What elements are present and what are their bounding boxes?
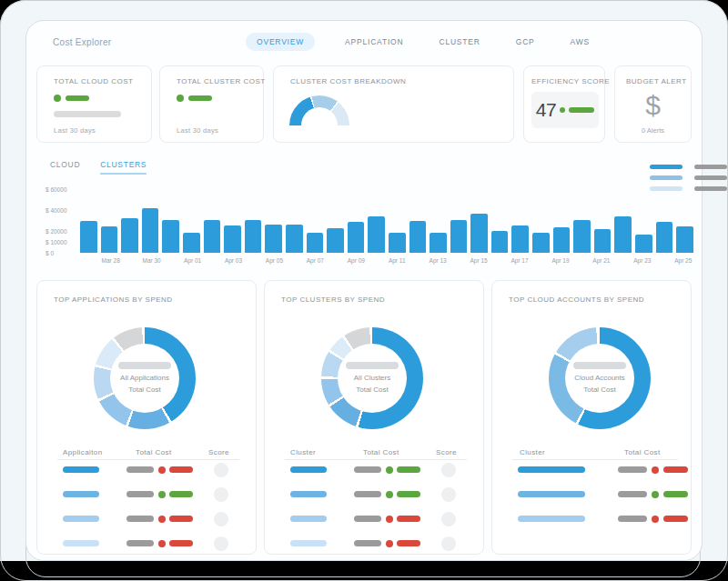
donut-chart: All ClustersTotal Cost [321, 327, 423, 429]
chart-bar[interactable] [368, 216, 385, 253]
donut-center: All ClustersTotal Cost [338, 344, 407, 413]
row-name-bar [518, 491, 585, 497]
chart-bar[interactable] [204, 220, 221, 253]
chart-bar[interactable] [430, 233, 447, 253]
donut-center: Cloud AccountsTotal Cost [565, 344, 634, 413]
chart-bar[interactable] [656, 222, 673, 253]
y-axis-tick-label: $ 40000 [46, 207, 67, 214]
chart-bar[interactable] [410, 221, 427, 253]
donut-chart: All ApplicationsTotal Cost [94, 327, 196, 429]
chart-bar[interactable] [307, 233, 324, 253]
x-axis-tick-label: Apr 11 [389, 257, 406, 264]
row-cost-bar-gray [354, 540, 381, 546]
x-axis-tick-label: Apr 01 [184, 257, 201, 264]
chart-bar[interactable] [245, 220, 262, 253]
row-status-bar-red [169, 516, 193, 522]
card-total-cloud-cost: TOTAL CLOUD COST Last 30 days [36, 65, 152, 143]
chart-bar[interactable] [142, 208, 159, 253]
row-status-bar-green [169, 491, 193, 497]
chart-bar[interactable] [327, 228, 344, 253]
row-status-bar-red [663, 466, 688, 473]
alerts-count: 0 Alerts [615, 126, 691, 135]
row-cost-bar-gray [354, 516, 381, 522]
row-cost-bar-gray [126, 540, 154, 546]
x-axis-tick-label: Apr 23 [633, 257, 651, 264]
row-score-circle [214, 463, 228, 477]
card-budget-alert: BUDGET ALERT $ 0 Alerts [614, 65, 692, 143]
nav-tab-cluster[interactable]: CLUSTER [433, 33, 485, 51]
chart-bar[interactable] [162, 220, 179, 253]
row-name-bar [518, 466, 585, 473]
row-status-bar-green [663, 491, 688, 497]
nav-tab-application[interactable]: APPLICATION [339, 33, 409, 51]
table-header-rule [512, 459, 678, 460]
row-score-circle [441, 536, 456, 551]
chart-bar[interactable] [573, 220, 591, 253]
table-header-rule [285, 459, 467, 460]
chart-bar[interactable] [348, 222, 365, 253]
x-axis-tick-label: Apr 17 [511, 257, 528, 264]
donut-center: All ApplicationsTotal Cost [110, 344, 179, 413]
chart-bar[interactable] [470, 214, 488, 253]
nav-tab-aws[interactable]: AWS [565, 33, 595, 51]
chart-bar[interactable] [676, 226, 693, 253]
efficiency-score-box: 47 [531, 92, 599, 128]
row-status-dot-green [386, 466, 393, 474]
chart-bar[interactable] [265, 225, 282, 254]
row-cost-bar-gray [618, 491, 647, 497]
card-title: TOTAL CLUSTER COST [177, 77, 266, 85]
chart-bar[interactable] [635, 235, 652, 253]
x-axis-tick-label: Mar 28 [102, 257, 120, 264]
row-status-dot-green [652, 491, 659, 498]
nav-tab-overview[interactable]: OVERVIEW [246, 33, 315, 51]
row-status-bar-red [397, 540, 420, 546]
screenshot-canvas: Cost Explorer OVERVIEWAPPLICATIONCLUSTER… [0, 0, 728, 581]
nav-tab-gcp[interactable]: GCP [511, 33, 541, 51]
chart-bar[interactable] [532, 233, 550, 253]
y-axis-tick-label: $ 10000 [46, 239, 67, 245]
chart-bar[interactable] [183, 233, 200, 253]
chart-bar[interactable] [491, 231, 509, 253]
row-name-bar [63, 540, 99, 546]
chart-bar[interactable] [80, 221, 97, 253]
x-axis-tick-label: Apr 03 [225, 257, 242, 264]
row-status-bar-red [397, 516, 420, 522]
row-status-bar-red [663, 516, 688, 522]
row-name-bar [290, 466, 327, 473]
x-axis-tick-label: Apr 19 [551, 257, 569, 264]
chart-bar[interactable] [286, 225, 303, 254]
chart-bar[interactable] [450, 220, 468, 253]
chart-bar[interactable] [594, 229, 612, 253]
gauge-hole [301, 107, 338, 125]
card-title: TOTAL CLOUD COST [54, 77, 133, 85]
card-total-cluster-cost: TOTAL CLUSTER COST Last 30 days [159, 65, 264, 143]
chart-bar[interactable] [614, 216, 632, 253]
row-score-circle [441, 463, 456, 477]
chart-bar[interactable] [553, 227, 571, 253]
card-cluster-cost-breakdown: CLUSTER COST BREAKDOWN [273, 65, 514, 143]
chart-bar[interactable] [101, 226, 118, 253]
legend-bar [694, 175, 727, 180]
table-header-rule [57, 459, 239, 460]
row-status-bar-green [397, 491, 420, 497]
row-status-dot-red [386, 540, 393, 547]
chart-scope-tabs: CLOUDCLUSTERS [50, 160, 147, 175]
x-axis-tick-label: Apr 07 [307, 257, 324, 264]
table-header-total-cost: Total Cost [624, 448, 661, 456]
y-axis-tick-label: $ 20000 [46, 228, 67, 235]
chart-bar[interactable] [389, 233, 406, 253]
chart-bar[interactable] [511, 225, 529, 253]
spend-card-2: TOP CLOUD ACCOUNTS BY SPENDCloud Account… [491, 280, 692, 555]
row-status-dot-red [386, 516, 393, 523]
chart-bar[interactable] [121, 218, 138, 254]
legend-bar [650, 175, 682, 180]
row-status-dot-green [386, 491, 393, 498]
chart-tab-clusters[interactable]: CLUSTERS [100, 160, 147, 175]
table-header-applicaiton: Applicaiton [63, 448, 103, 456]
row-name-bar [290, 516, 327, 522]
chart-bar[interactable] [224, 225, 241, 253]
donut-center-label: Total Cost [128, 386, 161, 395]
x-axis-tick-label: Mar 30 [143, 257, 161, 264]
row-status-dot-green [158, 491, 166, 498]
chart-tab-cloud[interactable]: CLOUD [50, 160, 80, 175]
